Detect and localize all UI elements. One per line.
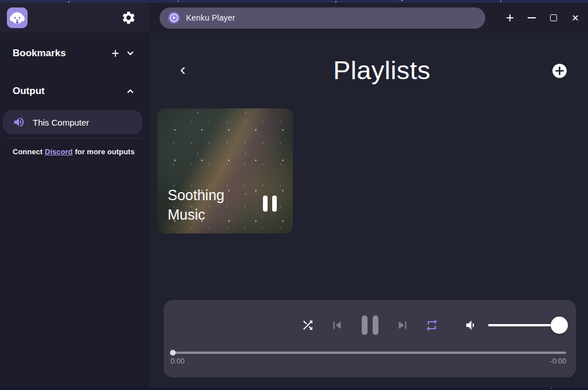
skip-previous-icon [330, 318, 345, 333]
speaker-icon [13, 116, 25, 128]
playlist-name: Soothing Music [168, 185, 248, 224]
plus-circle-icon [552, 63, 567, 79]
new-tab-button[interactable]: + [502, 9, 518, 26]
tab-strip: Kenku Player + ✕ [149, 3, 588, 33]
bookmarks-label: Bookmarks [13, 48, 108, 59]
tab-label: Kenku Player [186, 13, 235, 22]
output-item-label: This Computer [33, 118, 89, 127]
chevron-down-icon [126, 49, 135, 58]
maximize-icon [550, 14, 557, 21]
kenku-app-window: Kenku Player + ✕ Bookmarks + [0, 3, 588, 388]
volume-icon [463, 318, 477, 332]
close-button[interactable]: ✕ [567, 9, 583, 26]
pause-icon [362, 315, 368, 335]
chevron-up-icon [126, 87, 135, 96]
plus-icon: + [111, 47, 119, 60]
volume-knob[interactable] [551, 317, 568, 334]
output-label: Output [13, 85, 123, 97]
next-track-button[interactable] [386, 313, 419, 338]
back-button[interactable] [176, 63, 191, 78]
kenku-logo-icon [7, 7, 28, 28]
playlist-card[interactable]: Soothing Music [157, 108, 293, 233]
output-header: Output [0, 82, 149, 100]
previous-track-button[interactable] [320, 313, 354, 338]
bookmarks-header: Bookmarks + [0, 44, 149, 63]
discord-connect-note: ConnectDiscordfor more outputs [13, 147, 145, 156]
pause-icon[interactable] [263, 196, 277, 212]
sidebar: Bookmarks + Output This Computer [0, 33, 149, 388]
volume-button[interactable] [463, 318, 478, 333]
volume-slider[interactable] [488, 317, 560, 334]
gear-icon [121, 10, 136, 25]
main-header: Playlists [149, 53, 588, 88]
add-bookmark-button[interactable]: + [108, 46, 123, 61]
settings-button[interactable] [121, 10, 137, 26]
titlebar: Kenku Player + ✕ [0, 3, 588, 33]
skip-next-icon [395, 318, 410, 333]
shuffle-icon [301, 318, 315, 332]
play-circle-icon [168, 12, 180, 24]
output-collapse-button[interactable] [123, 84, 138, 99]
shuffle-button[interactable] [295, 313, 320, 338]
playlist-grid: Soothing Music [157, 108, 293, 233]
discord-link[interactable]: Discord [45, 147, 72, 156]
progress-area: 0:00 -0:00 [171, 352, 566, 365]
transport-controls [295, 313, 444, 338]
volume-track [488, 324, 560, 326]
main-area: Playlists Soothing Music [149, 33, 588, 388]
volume-controls [463, 313, 560, 338]
window-controls: + ✕ [485, 9, 588, 26]
player-controls [164, 313, 576, 338]
time-row: 0:00 -0:00 [171, 357, 566, 365]
note-prefix: Connect [13, 147, 42, 156]
tab-kenku-player[interactable]: Kenku Player [160, 7, 485, 29]
minimize-icon [528, 17, 536, 18]
add-playlist-button[interactable] [551, 63, 567, 79]
pause-button[interactable] [354, 313, 386, 338]
titlebar-left [0, 3, 149, 33]
sidebar-divider [5, 138, 142, 139]
app-body: Bookmarks + Output This Computer [0, 33, 588, 388]
output-item-this-computer[interactable]: This Computer [3, 110, 142, 134]
repeat-icon [425, 318, 439, 332]
note-suffix: for more outputs [75, 147, 134, 156]
maximize-button[interactable] [546, 9, 562, 26]
chevron-left-icon [177, 65, 189, 76]
progress-slider[interactable] [171, 352, 566, 354]
player-bar: 0:00 -0:00 [164, 300, 576, 377]
page-title: Playlists [333, 56, 431, 85]
elapsed-time: 0:00 [171, 357, 184, 365]
repeat-button[interactable] [419, 313, 444, 338]
bookmarks-expand-button[interactable] [123, 46, 138, 61]
pause-icon [373, 315, 378, 335]
progress-thumb[interactable] [170, 350, 176, 356]
remaining-time: -0:00 [550, 357, 567, 365]
minimize-button[interactable] [524, 9, 540, 26]
